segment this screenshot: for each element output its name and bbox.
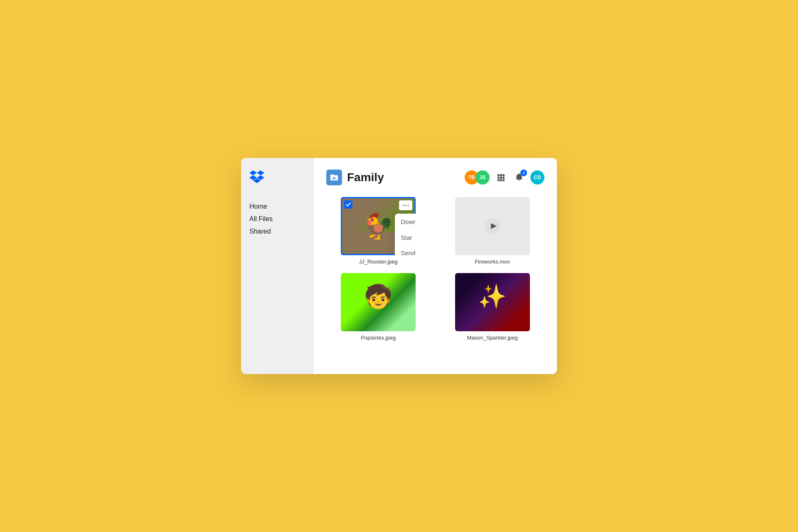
header: Family TD JS xyxy=(326,170,544,185)
page-title: Family xyxy=(347,171,384,184)
star-label: Star xyxy=(401,234,412,241)
svg-rect-8 xyxy=(500,179,502,181)
svg-point-11 xyxy=(405,205,406,206)
play-button[interactable] xyxy=(485,219,500,234)
svg-rect-6 xyxy=(502,177,505,179)
folder-icon xyxy=(326,170,342,185)
avatar-cd[interactable]: CD xyxy=(530,170,544,185)
send-label: Send xyxy=(401,249,415,255)
thumbnail-popsicles xyxy=(341,273,416,331)
context-menu-star[interactable]: Star ☆ xyxy=(395,229,416,245)
header-right: TD JS xyxy=(465,170,544,185)
context-menu-download[interactable]: Download ⬇ xyxy=(395,214,416,229)
svg-rect-4 xyxy=(498,177,500,179)
file-item-mason-sparkler[interactable]: Mason_Sparkler.jpeg xyxy=(441,273,545,341)
file-checkbox[interactable] xyxy=(344,200,352,209)
sidebar-item-shared[interactable]: Shared xyxy=(249,225,305,238)
file-name-mason-sparkler: Mason_Sparkler.jpeg xyxy=(467,335,518,341)
avatar-group: TD JS xyxy=(465,170,490,185)
apps-button[interactable] xyxy=(494,170,508,185)
svg-rect-1 xyxy=(498,174,500,176)
sidebar: Home All Files Shared xyxy=(241,158,314,374)
thumbnail-jj-rooster: Download ⬇ Star ☆ Send xyxy=(341,197,416,255)
file-item-fireworks[interactable]: Fireworks.mov xyxy=(441,197,545,265)
sidebar-nav: Home All Files Shared xyxy=(249,200,305,238)
file-menu-button[interactable] xyxy=(399,200,412,210)
dropbox-logo[interactable] xyxy=(249,170,264,184)
avatar-js[interactable]: JS xyxy=(475,170,490,185)
svg-point-10 xyxy=(403,205,404,206)
svg-rect-5 xyxy=(500,177,502,179)
file-name-popsicles: Popsicles.jpeg xyxy=(361,335,396,341)
svg-rect-7 xyxy=(498,179,500,181)
download-label: Download xyxy=(401,218,416,225)
main-content: Family TD JS xyxy=(314,158,557,374)
notifications-button[interactable]: 3 xyxy=(512,170,526,185)
svg-rect-9 xyxy=(502,179,505,181)
file-name-fireworks: Fireworks.mov xyxy=(475,259,510,265)
svg-rect-2 xyxy=(500,174,502,176)
svg-point-12 xyxy=(408,205,409,206)
notification-badge: 3 xyxy=(520,170,527,176)
app-window: Home All Files Shared Family xyxy=(241,158,557,374)
file-name-jj-rooster: JJ_Rooster.jpeg xyxy=(359,259,398,265)
sidebar-item-home[interactable]: Home xyxy=(249,200,305,213)
header-left: Family xyxy=(326,170,384,185)
svg-rect-3 xyxy=(502,174,505,176)
sidebar-item-all-files[interactable]: All Files xyxy=(249,213,305,225)
file-item-jj-rooster[interactable]: Download ⬇ Star ☆ Send xyxy=(326,197,431,265)
thumbnail-fireworks xyxy=(455,197,530,255)
context-menu-send[interactable]: Send xyxy=(395,245,416,255)
file-item-popsicles[interactable]: Popsicles.jpeg xyxy=(326,273,431,341)
context-menu: Download ⬇ Star ☆ Send xyxy=(395,214,416,255)
file-grid: Download ⬇ Star ☆ Send xyxy=(326,197,544,341)
thumbnail-mason-sparkler xyxy=(455,273,530,331)
